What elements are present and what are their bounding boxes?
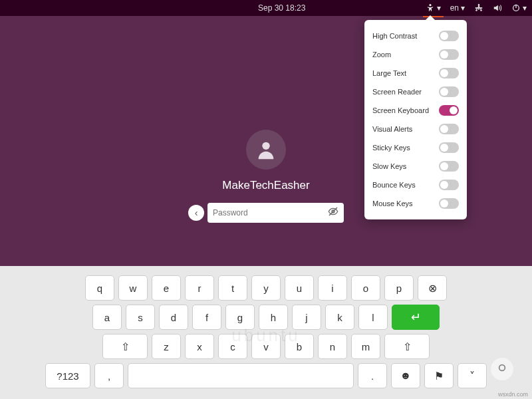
key-y[interactable]: y — [251, 275, 281, 301]
user-avatar — [246, 130, 286, 170]
key-period[interactable]: . — [358, 363, 387, 388]
back-button[interactable]: ‹ — [188, 205, 204, 221]
key-comma[interactable]: , — [94, 363, 124, 388]
key-k[interactable]: k — [325, 305, 354, 330]
key-w[interactable]: w — [118, 275, 148, 301]
key-o[interactable]: o — [351, 275, 380, 301]
key-language[interactable]: ⚑ — [424, 363, 454, 388]
accessibility-popover: High Contrast Zoom Large Text Screen Rea… — [364, 20, 467, 219]
a11y-row: Slow Keys — [372, 157, 459, 176]
chevron-down-icon: ▾ — [523, 3, 527, 13]
svg-point-10 — [262, 142, 269, 150]
toggle-screen-reader[interactable] — [439, 86, 459, 97]
key-b[interactable]: b — [285, 334, 314, 359]
chevron-left-icon: ‹ — [195, 207, 198, 218]
svg-point-5 — [478, 4, 480, 6]
toggle-large-text[interactable] — [439, 68, 459, 78]
key-g[interactable]: g — [225, 305, 255, 330]
svg-point-0 — [429, 4, 431, 6]
key-x[interactable]: x — [185, 334, 214, 359]
accessibility-icon — [426, 3, 435, 13]
accessibility-menu-button[interactable]: ▾ — [426, 3, 441, 13]
toggle-bounce-keys[interactable] — [439, 180, 459, 190]
toggle-high-contrast[interactable] — [439, 31, 459, 41]
key-j[interactable]: j — [292, 305, 321, 330]
toggle-sticky-keys[interactable] — [439, 142, 459, 153]
circle-icon — [497, 363, 507, 375]
language-indicator[interactable]: en ▾ — [450, 3, 465, 13]
key-f[interactable]: f — [192, 305, 221, 330]
key-t[interactable]: t — [218, 275, 247, 301]
chevron-down-icon: ˅ — [469, 370, 475, 382]
power-icon[interactable]: ▾ — [511, 3, 527, 13]
key-n[interactable]: n — [318, 334, 347, 359]
key-u[interactable]: u — [285, 275, 314, 301]
shift-icon: ⇧ — [403, 340, 412, 353]
password-field[interactable] — [207, 203, 344, 223]
key-shift-left[interactable]: ⇧ — [102, 334, 148, 359]
a11y-row: High Contrast — [372, 27, 459, 45]
a11y-row: Screen Keyboard — [372, 101, 459, 120]
keyboard-collapse-button[interactable] — [491, 358, 513, 380]
key-q[interactable]: q — [85, 275, 114, 301]
toggle-zoom[interactable] — [439, 49, 459, 60]
toggle-slow-keys[interactable] — [439, 161, 459, 172]
password-input[interactable] — [213, 208, 328, 217]
chevron-down-icon: ▾ — [437, 3, 441, 13]
flag-icon: ⚑ — [434, 370, 444, 382]
key-numeric[interactable]: ?123 — [45, 363, 90, 388]
a11y-row: Bounce Keys — [372, 176, 459, 194]
key-p[interactable]: p — [384, 275, 414, 301]
a11y-row: Visual Alerts — [372, 120, 459, 138]
login-panel: MakeTechEasher ‹ — [188, 130, 344, 223]
key-c[interactable]: c — [218, 334, 247, 359]
a11y-row: Zoom — [372, 45, 459, 64]
key-l[interactable]: l — [358, 305, 388, 330]
top-bar: Sep 30 18:23 ▾ en ▾ ▾ — [0, 0, 532, 16]
toggle-screen-keyboard[interactable] — [439, 105, 459, 116]
key-d[interactable]: d — [159, 305, 188, 330]
key-e[interactable]: e — [152, 275, 181, 301]
key-shift-right[interactable]: ⇧ — [384, 334, 430, 359]
enter-icon: ↵ — [411, 310, 421, 325]
a11y-row: Mouse Keys — [372, 194, 459, 213]
svg-point-13 — [499, 365, 505, 371]
key-v[interactable]: v — [251, 334, 281, 359]
a11y-row: Screen Reader — [372, 82, 459, 101]
backspace-icon: ⊗ — [428, 282, 437, 295]
key-backspace[interactable]: ⊗ — [418, 275, 447, 301]
key-s[interactable]: s — [126, 305, 155, 330]
key-h[interactable]: h — [259, 305, 288, 330]
username-label: MakeTechEasher — [222, 179, 309, 192]
a11y-row: Sticky Keys — [372, 138, 459, 157]
onscreen-keyboard: ubuntu q w e r t y u i o p ⊗ a s d f g h… — [0, 266, 532, 399]
network-icon[interactable] — [474, 3, 483, 13]
toggle-visual-alerts[interactable] — [439, 124, 459, 134]
shift-icon: ⇧ — [121, 340, 130, 353]
key-z[interactable]: z — [152, 334, 181, 359]
key-m[interactable]: m — [351, 334, 380, 359]
show-password-icon[interactable] — [328, 206, 338, 219]
datetime: Sep 30 18:23 — [258, 3, 305, 13]
key-a[interactable]: a — [92, 305, 122, 330]
key-hide-keyboard[interactable]: ˅ — [458, 363, 487, 388]
key-i[interactable]: i — [318, 275, 347, 301]
key-space[interactable] — [128, 363, 354, 388]
a11y-row: Large Text — [372, 64, 459, 82]
key-emoji[interactable]: ☻ — [391, 363, 420, 388]
source-watermark: wsxdn.com — [498, 391, 528, 398]
chevron-down-icon: ▾ — [461, 3, 465, 13]
key-r[interactable]: r — [185, 275, 214, 301]
volume-icon[interactable] — [493, 3, 502, 13]
key-enter[interactable]: ↵ — [392, 305, 440, 330]
emoji-icon: ☻ — [400, 370, 412, 382]
toggle-mouse-keys[interactable] — [439, 198, 459, 209]
